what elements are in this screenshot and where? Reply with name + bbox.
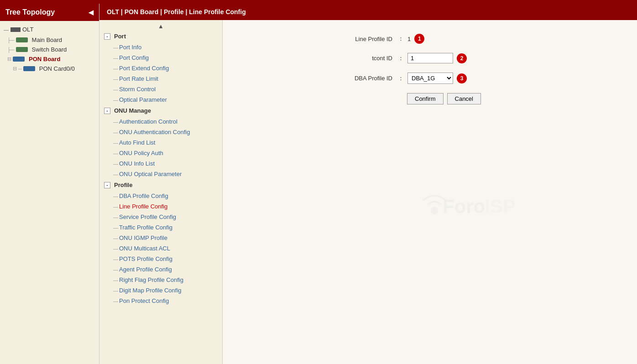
nav-port-info[interactable]: Port Info: [99, 42, 222, 52]
confirm-button[interactable]: Confirm: [407, 93, 444, 104]
svg-point-0: [431, 207, 438, 214]
tcont-id-label: tcont ID: [316, 55, 398, 62]
nav-storm-control[interactable]: Storm Control: [99, 84, 222, 94]
tcont-id-row: tcont ID ： 2: [316, 53, 544, 63]
dba-profile-id-select[interactable]: DBA_1G DBA_2G DBA_512M: [407, 73, 453, 84]
profile-section-label: Profile: [114, 182, 132, 188]
line-profile-id-row: Line Profile ID ： 1 1: [316, 34, 544, 44]
pon-board-icon: [13, 57, 25, 62]
tcont-id-colon: ：: [398, 54, 404, 62]
badge-1: 1: [414, 34, 424, 44]
nav-authentication-control[interactable]: Authentication Control: [99, 116, 222, 127]
port-expand-btn[interactable]: -: [104, 33, 110, 40]
line-profile-id-value: 1: [407, 36, 411, 42]
tree-item-switch-board[interactable]: ├─ Switch Board: [0, 45, 99, 54]
sidebar-collapse-icon[interactable]: ◀: [89, 9, 94, 16]
form-buttons-row: Confirm Cancel: [316, 93, 544, 104]
tree-item-main-board[interactable]: ├─ Main Board: [0, 35, 99, 45]
nav-menu: ▲ - Port Port Info Port Config Port Exte…: [99, 20, 223, 364]
svg-text:ISP: ISP: [485, 196, 516, 217]
nav-onu-optical-parameter[interactable]: ONU Optical Parameter: [99, 169, 222, 179]
tree-item-pon-card[interactable]: ⊟ ─ PON Card0/0: [0, 64, 99, 73]
breadcrumb: OLT | PON Board | Profile | Line Profile…: [107, 8, 246, 16]
olt-expand-icon: —: [4, 27, 9, 32]
pon-card-label: PON Card0/0: [39, 65, 75, 72]
nav-service-profile-config[interactable]: Service Profile Config: [99, 212, 222, 222]
olt-icon: [10, 27, 21, 32]
nav-section-profile[interactable]: - Profile: [99, 179, 222, 191]
form-content: ForoISP Line Profile ID ： 1 1: [223, 20, 637, 364]
line-profile-id-colon: ：: [398, 35, 404, 43]
nav-onu-authentication-config[interactable]: ONU Authentication Config: [99, 127, 222, 137]
svg-text:Foro: Foro: [443, 196, 485, 217]
form-table: Line Profile ID ： 1 1 tcont ID ：: [316, 34, 544, 104]
sidebar-title: Tree Topology: [5, 8, 55, 16]
port-section-label: Port: [114, 33, 126, 40]
onu-manage-section-label: ONU Manage: [114, 107, 151, 114]
nav-port-config[interactable]: Port Config: [99, 52, 222, 63]
nav-right-flag-profile-config[interactable]: Right Flag Profile Config: [99, 275, 222, 285]
nav-optical-parameter[interactable]: Optical Parameter: [99, 94, 222, 105]
olt-label: OLT: [22, 26, 33, 33]
switch-board-icon: [16, 47, 28, 52]
tcont-id-input[interactable]: [407, 53, 453, 63]
main-board-label: Main Board: [32, 36, 62, 43]
profile-items: DBA Profile Config Line Profile Config S…: [99, 191, 222, 306]
sidebar-header[interactable]: Tree Topology ◀: [0, 4, 99, 21]
pon-card-icon: [23, 66, 35, 71]
badge-2: 2: [457, 53, 467, 63]
nav-section-port[interactable]: - Port: [99, 31, 222, 42]
onu-manage-items: Authentication Control ONU Authenticatio…: [99, 116, 222, 179]
badge-3: 3: [457, 73, 467, 83]
nav-pon-protect-config[interactable]: Pon Protect Config: [99, 296, 222, 306]
nav-agent-profile-config[interactable]: Agent Profile Config: [99, 264, 222, 275]
cancel-button[interactable]: Cancel: [447, 93, 481, 104]
switch-board-label: Switch Board: [32, 46, 67, 53]
nav-line-profile-config[interactable]: Line Profile Config: [99, 201, 222, 212]
onu-manage-expand-btn[interactable]: -: [104, 108, 110, 114]
content-area: ▲ - Port Port Info Port Config Port Exte…: [99, 20, 637, 364]
nav-digit-map-profile-config[interactable]: Digit Map Profile Config: [99, 285, 222, 296]
dba-profile-id-row: DBA Profile ID ： DBA_1G DBA_2G DBA_512M …: [316, 73, 544, 84]
tree-item-olt[interactable]: — OLT: [0, 24, 99, 35]
tree-container: — OLT ├─ Main Board ├─ Switch Board ⊟ PO…: [0, 21, 99, 364]
nav-onu-info-list[interactable]: ONU Info List: [99, 158, 222, 169]
nav-dba-profile-config[interactable]: DBA Profile Config: [99, 191, 222, 201]
nav-auto-find-list[interactable]: Auto Find List: [99, 137, 222, 148]
nav-traffic-profile-config[interactable]: Traffic Profile Config: [99, 222, 222, 233]
nav-port-extend-config[interactable]: Port Extend Config: [99, 63, 222, 73]
nav-pots-profile-config[interactable]: POTS Profile Config: [99, 254, 222, 264]
dba-profile-id-colon: ：: [398, 74, 404, 83]
profile-expand-btn[interactable]: -: [104, 182, 110, 188]
tree-item-pon-board[interactable]: ⊟ PON Board: [0, 54, 99, 64]
nav-port-rate-limit[interactable]: Port Rate Limit: [99, 73, 222, 84]
line-profile-id-label: Line Profile ID: [316, 36, 398, 42]
nav-onu-multicast-acl[interactable]: ONU Multicast ACL: [99, 243, 222, 254]
main-board-icon: [16, 37, 28, 42]
nav-onu-igmp-profile[interactable]: ONU IGMP Profile: [99, 233, 222, 243]
dba-profile-id-label: DBA Profile ID: [316, 75, 398, 82]
pon-board-label: PON Board: [29, 56, 60, 62]
nav-section-onu-manage[interactable]: - ONU Manage: [99, 105, 222, 116]
port-items: Port Info Port Config Port Extend Config…: [99, 42, 222, 105]
nav-onu-policy-auth[interactable]: ONU Policy Auth: [99, 148, 222, 158]
right-panel: OLT | PON Board | Profile | Line Profile…: [99, 4, 637, 364]
scroll-up-arrow[interactable]: ▲: [99, 22, 222, 31]
top-bar: [0, 0, 637, 4]
watermark: ForoISP: [389, 186, 526, 226]
breadcrumb-bar: OLT | PON Board | Profile | Line Profile…: [99, 4, 637, 20]
sidebar: Tree Topology ◀ — OLT ├─ Main Board ├─ S…: [0, 4, 99, 364]
form-area: ForoISP Line Profile ID ： 1 1: [223, 20, 637, 364]
